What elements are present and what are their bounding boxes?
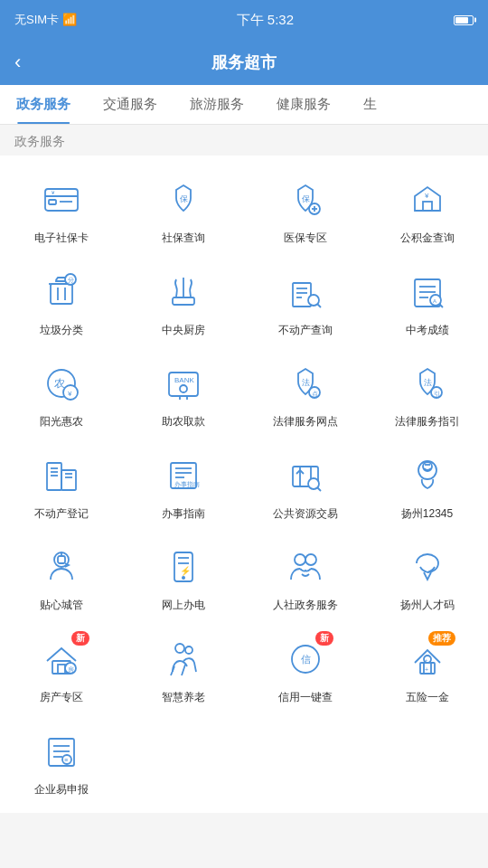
item-agriculture[interactable]: 农 ¥ 阳光惠农 bbox=[0, 346, 122, 439]
legal-point-icon: 法 点 bbox=[281, 359, 330, 408]
talent-code-icon bbox=[403, 542, 452, 591]
back-button[interactable]: ‹ bbox=[14, 51, 21, 74]
item-elderly[interactable]: 智慧养老 bbox=[122, 622, 244, 714]
legal-point-label: 法律服务网点 bbox=[273, 415, 338, 429]
fund-icon: ¥ bbox=[403, 175, 452, 224]
house-icon: 新 房 bbox=[37, 635, 86, 684]
e-office-icon: ⚡ bbox=[159, 542, 208, 591]
social-card-label: 电子社保卡 bbox=[34, 231, 89, 246]
tab-tourism[interactable]: 旅游服务 bbox=[174, 85, 260, 124]
svg-text:房: 房 bbox=[68, 666, 74, 673]
item-exam[interactable]: A 中考成绩 bbox=[366, 255, 488, 347]
city-admin-icon bbox=[37, 542, 86, 591]
insurance-label: 五险一金 bbox=[406, 691, 449, 705]
item-waste[interactable]: 分 垃圾分类 bbox=[0, 255, 122, 347]
svg-text:法: 法 bbox=[302, 378, 310, 387]
status-signal: 无SIM卡 📶 bbox=[14, 12, 77, 28]
talent-code-label: 扬州人才码 bbox=[400, 599, 455, 613]
badge-new-credit: 新 bbox=[315, 631, 333, 646]
atm-icon: BANK bbox=[159, 359, 208, 408]
item-social-card[interactable]: ¥ 电子社保卡 bbox=[0, 163, 122, 255]
item-realty-query[interactable]: 不动产查询 bbox=[244, 255, 366, 347]
svg-line-24 bbox=[317, 304, 321, 307]
exam-label: 中考成绩 bbox=[406, 324, 449, 338]
tab-life[interactable]: 生 bbox=[347, 85, 393, 124]
social-query-label: 社保查询 bbox=[162, 231, 205, 246]
svg-point-74 bbox=[182, 576, 185, 580]
e-office-label: 网上办电 bbox=[162, 599, 205, 613]
kitchen-label: 中央厨房 bbox=[162, 324, 205, 338]
badge-new-house: 新 bbox=[71, 631, 89, 646]
item-public-resource[interactable]: 公共资源交易 bbox=[244, 439, 366, 531]
item-kitchen[interactable]: 中央厨房 bbox=[122, 255, 244, 347]
tab-traffic[interactable]: 交通服务 bbox=[87, 85, 174, 124]
item-city-admin[interactable]: 贴心城管 bbox=[0, 530, 122, 622]
battery-icon bbox=[454, 15, 474, 25]
atm-label: 助农取款 bbox=[162, 415, 205, 429]
guide-icon: 办事指南 bbox=[159, 451, 208, 500]
social-card-icon: ¥ bbox=[37, 175, 86, 224]
svg-rect-18 bbox=[173, 297, 194, 305]
item-talent-code[interactable]: 扬州人才码 bbox=[366, 530, 488, 622]
public-resource-icon bbox=[281, 451, 330, 500]
item-social-query[interactable]: 保 社保查询 bbox=[122, 163, 244, 255]
item-e-office[interactable]: ⚡ 网上办电 bbox=[122, 530, 244, 622]
item-medical[interactable]: 保 医保专区 bbox=[244, 163, 366, 255]
header: ‹ 服务超市 bbox=[0, 40, 488, 85]
service-grid: ¥ 电子社保卡 保 社保查询 保 医保专区 bbox=[0, 156, 488, 813]
svg-text:办事指南: 办事指南 bbox=[174, 481, 200, 487]
tab-bar: 政务服务 交通服务 旅游服务 健康服务 生 bbox=[0, 85, 488, 125]
credit-label: 信用一键查 bbox=[278, 691, 333, 705]
svg-text:保: 保 bbox=[180, 194, 188, 203]
insurance-icon: 推荐 + + bbox=[403, 635, 452, 684]
credit-icon: 新 信 bbox=[281, 635, 330, 684]
biz-report-label: 企业易申报 bbox=[34, 783, 89, 797]
tab-government[interactable]: 政务服务 bbox=[0, 85, 87, 124]
hotline-label: 扬州12345 bbox=[401, 507, 453, 522]
item-legal-point[interactable]: 法 点 法律服务网点 bbox=[244, 346, 366, 439]
svg-text:保: 保 bbox=[302, 194, 310, 203]
svg-rect-47 bbox=[47, 463, 61, 490]
svg-text:引: 引 bbox=[434, 391, 440, 397]
realty-reg-icon bbox=[37, 451, 86, 500]
section-label: 政务服务 bbox=[0, 125, 488, 156]
svg-point-81 bbox=[175, 644, 184, 653]
status-bar: 无SIM卡 📶 下午 5:32 bbox=[0, 0, 488, 40]
item-fund[interactable]: ¥ 公积金查询 bbox=[366, 163, 488, 255]
realty-query-icon bbox=[281, 268, 330, 316]
svg-text:A: A bbox=[433, 298, 436, 304]
item-atm[interactable]: BANK 助农取款 bbox=[122, 346, 244, 439]
item-credit[interactable]: 新 信 信用一键查 bbox=[244, 622, 366, 714]
hotline-icon bbox=[403, 451, 452, 500]
hr-service-label: 人社政务服务 bbox=[273, 599, 338, 613]
social-query-icon: 保 bbox=[159, 175, 208, 224]
public-resource-label: 公共资源交易 bbox=[273, 507, 338, 522]
item-hr-service[interactable]: 人社政务服务 bbox=[244, 530, 366, 622]
svg-point-75 bbox=[295, 554, 305, 565]
item-realty-reg[interactable]: 不动产登记 bbox=[0, 439, 122, 531]
biz-report-icon: ≡ bbox=[37, 727, 86, 776]
item-insurance[interactable]: 推荐 + + 五险一金 bbox=[366, 622, 488, 714]
svg-text:+: + bbox=[425, 657, 428, 663]
item-biz-report[interactable]: ≡ 企业易申报 bbox=[0, 714, 122, 807]
svg-rect-10 bbox=[423, 202, 432, 211]
svg-text:≡: ≡ bbox=[64, 757, 68, 763]
svg-point-76 bbox=[305, 554, 316, 565]
svg-text:¥: ¥ bbox=[424, 192, 429, 200]
svg-rect-12 bbox=[51, 284, 72, 304]
realty-reg-label: 不动产登记 bbox=[34, 507, 89, 522]
item-hotline[interactable]: 扬州12345 bbox=[366, 439, 488, 531]
svg-point-82 bbox=[185, 646, 192, 654]
tab-health[interactable]: 健康服务 bbox=[260, 85, 347, 124]
svg-rect-68 bbox=[58, 556, 65, 563]
house-label: 房产专区 bbox=[40, 691, 83, 705]
realty-query-label: 不动产查询 bbox=[278, 324, 333, 338]
svg-text:BANK: BANK bbox=[174, 376, 194, 384]
item-guide[interactable]: 办事指南 办事指南 bbox=[122, 439, 244, 531]
item-legal-guide[interactable]: 法 引 法律服务指引 bbox=[366, 346, 488, 439]
badge-recommend-insurance: 推荐 bbox=[428, 631, 455, 646]
agriculture-icon: 农 ¥ bbox=[37, 359, 86, 408]
svg-text:分: 分 bbox=[68, 277, 74, 283]
status-time: 下午 5:32 bbox=[237, 12, 294, 29]
item-house[interactable]: 新 房 房产专区 bbox=[0, 622, 122, 714]
